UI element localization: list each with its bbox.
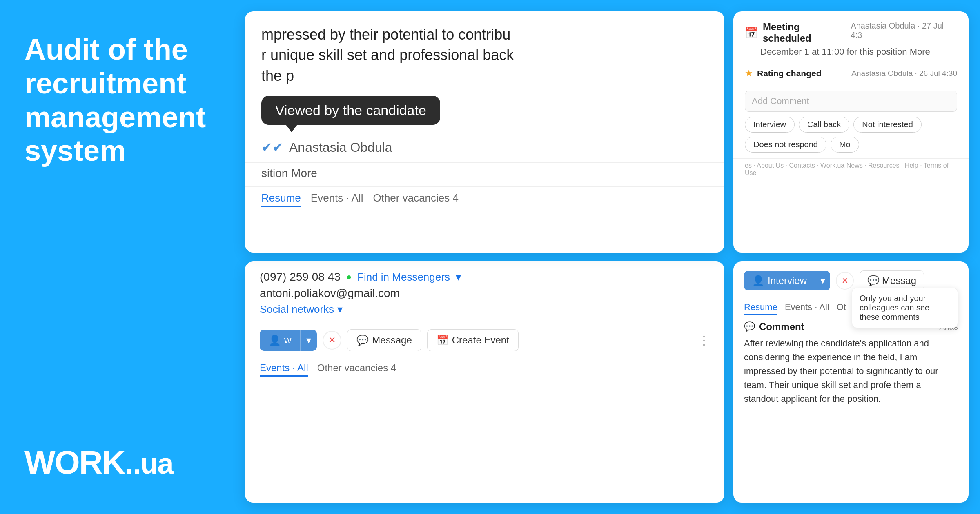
person-icon: 👤	[269, 335, 281, 346]
text-line-2: r unique skill set and professional back	[261, 45, 708, 65]
chevron-icon: ▾	[456, 271, 461, 284]
email-row: antoni.poliakov@gmail.com	[245, 284, 724, 301]
footer-links: es · About Us · Contacts · Work.ua News …	[733, 158, 969, 180]
add-comment-box[interactable]: Add Comment	[745, 91, 957, 112]
card4-comment-section: 💬 Comment Anas After reviewing the candi…	[733, 315, 969, 503]
card4-tab-resume[interactable]: Resume	[744, 302, 777, 315]
cancel-button[interactable]: ✕	[323, 331, 341, 350]
card4-tab-events[interactable]: Events · All	[785, 302, 829, 315]
meeting-desc: December 1 at 11:00 for this position Mo…	[760, 47, 957, 57]
calendar-icon: 📅	[745, 27, 758, 39]
interview-stage-button[interactable]: 👤 Interview	[744, 271, 815, 290]
card-meeting-comments: 📅 Meeting scheduled Anastasia Obdula · 2…	[733, 11, 969, 253]
phone-number: (097) 259 08 43	[260, 270, 341, 284]
tab-events[interactable]: Events · All	[311, 192, 363, 207]
interview-button[interactable]: Interview	[745, 117, 795, 133]
stage-label: sition More	[261, 167, 317, 180]
phone-row: (097) 259 08 43 ● Find in Messengers ▾	[245, 261, 724, 284]
tab-events-all[interactable]: Events · All	[260, 362, 308, 377]
comment-icon: 💬	[744, 321, 755, 332]
meeting-header: 📅 Meeting scheduled Anastasia Obdula · 2…	[745, 21, 957, 44]
more-options-button[interactable]: ⋮	[698, 334, 710, 347]
text-line-1: mpressed by their potential to contribu	[261, 24, 708, 45]
action-buttons: Interview Call back Not interested Does …	[733, 117, 969, 158]
meeting-section: 📅 Meeting scheduled Anastasia Obdula · 2…	[733, 11, 969, 63]
card4-cancel-button[interactable]: ✕	[836, 272, 854, 290]
rating-label: Rating changed	[757, 69, 822, 78]
card3-tabs: Events · All Other vacancies 4	[245, 357, 724, 382]
logo-text: WORK..ua	[24, 444, 173, 481]
message-icon: 💬	[356, 335, 369, 346]
card4-tab-other[interactable]: Ot	[837, 302, 846, 315]
rating-row: ★ Rating changed Anastasia Obdula · 26 J…	[733, 63, 969, 84]
rating-meta: Anastasia Obdula · 26 Jul 4:30	[851, 69, 957, 78]
page-title: Audit of the recruitment management syst…	[24, 33, 212, 168]
meeting-meta: Anastasia Obdula · 27 Jul 4:3	[851, 21, 957, 40]
internal-comment-tooltip: Only you and your colleagues can see the…	[852, 288, 958, 328]
interview-chevron-button[interactable]: ▾	[815, 271, 830, 290]
create-event-button[interactable]: 📅 Create Event	[427, 329, 519, 351]
meeting-title: Meeting scheduled	[763, 21, 851, 44]
tab-resume[interactable]: Resume	[261, 192, 301, 207]
tab-other-vacancies[interactable]: Other vacancies 4	[373, 192, 459, 207]
card-internal-comment: 👤 Interview ▾ ✕ 💬 Messag Only you and yo…	[733, 261, 969, 503]
card1-tabs: Resume Events · All Other vacancies 4	[245, 186, 724, 215]
social-chevron-icon: ▾	[337, 303, 343, 316]
text-line-3: the p	[261, 66, 708, 86]
stage-button-group: 👤 w ▾	[260, 330, 317, 351]
left-panel: Audit of the recruitment management syst…	[0, 0, 237, 514]
author-row: ✔✔ Anastasia Obdula	[245, 125, 724, 162]
find-messengers-link[interactable]: Find in Messengers	[357, 271, 450, 284]
social-networks-row[interactable]: Social networks ▾	[245, 301, 724, 323]
more-button[interactable]: Mo	[831, 137, 859, 153]
author-name: Anastasia Obdula	[289, 140, 392, 155]
stage-button[interactable]: 👤 w	[260, 330, 300, 351]
does-not-respond-button[interactable]: Does not respond	[745, 137, 826, 153]
star-icon: ★	[745, 68, 753, 79]
card-viewed-by-candidate: mpressed by their potential to contribu …	[245, 11, 724, 253]
msg-icon: 💬	[867, 275, 880, 286]
stage-chevron-button[interactable]: ▾	[300, 330, 317, 351]
logo: WORK..ua	[24, 444, 212, 481]
online-dot: ●	[346, 272, 352, 282]
social-networks-label: Social networks	[260, 303, 334, 316]
double-check-icon: ✔✔	[261, 140, 283, 155]
interview-button-group: 👤 Interview ▾	[744, 271, 830, 290]
not-interested-button[interactable]: Not interested	[853, 117, 922, 133]
card-contact-info: (097) 259 08 43 ● Find in Messengers ▾ a…	[245, 261, 724, 503]
stage-row: sition More	[245, 162, 724, 186]
tooltip-arrow	[286, 125, 297, 132]
tab-other-vacancies[interactable]: Other vacancies 4	[317, 362, 396, 377]
tooltip-text: Viewed by the candidate	[261, 96, 440, 125]
message-button[interactable]: 💬 Message	[347, 329, 421, 351]
calendar-add-icon: 📅	[437, 335, 449, 346]
person2-icon: 👤	[752, 275, 764, 286]
call-back-button[interactable]: Call back	[799, 117, 849, 133]
card4-header: 👤 Interview ▾ ✕ 💬 Messag Only you and yo…	[733, 261, 969, 297]
comment-text: After reviewing the candidate's applicat…	[744, 337, 958, 406]
viewed-tooltip: Viewed by the candidate	[261, 96, 440, 125]
action-buttons-row: 👤 w ▾ ✕ 💬 Message 📅 Create Event ⋮	[245, 323, 724, 357]
comment-label: Comment	[759, 321, 804, 332]
card1-text: mpressed by their potential to contribu …	[245, 11, 724, 125]
